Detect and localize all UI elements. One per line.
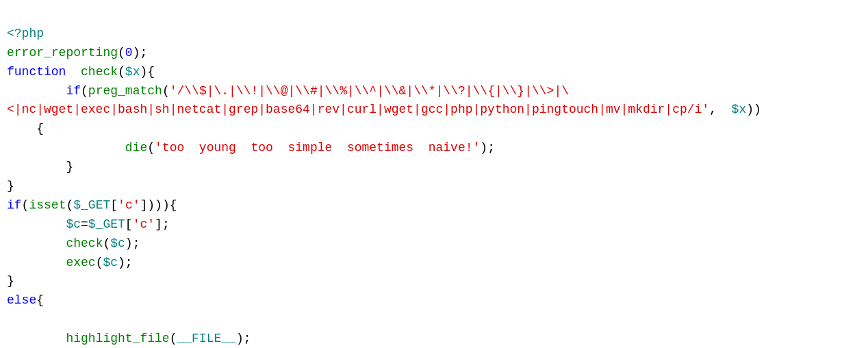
- get-c-var: $_GET: [73, 198, 110, 212]
- php-open-tag: <?php: [7, 27, 44, 40]
- c-var: $c: [66, 217, 81, 231]
- isset-call: isset: [29, 198, 66, 212]
- die-string: 'too young too simple sometimes naive!': [155, 141, 480, 155]
- die-call: die: [125, 141, 147, 155]
- regex-string: '/\\$|\.|\\!|\\@|\\#|\\%|\\^|\\&|\\*|\\?…: [170, 84, 569, 98]
- file-const: __FILE__: [177, 332, 235, 345]
- blacklist-string: <|nc|wget|exec|bash|sh|netcat|grep|base6…: [7, 103, 709, 116]
- if-isset-keyword: if: [7, 198, 22, 212]
- else-keyword: else: [7, 293, 36, 307]
- error-reporting-call: error_reporting: [7, 46, 118, 59]
- check-call: check: [66, 237, 103, 250]
- function-keyword: function: [7, 65, 66, 79]
- preg-match-call: preg_match: [88, 84, 162, 98]
- if-keyword: if: [66, 84, 81, 98]
- exec-call: exec: [66, 256, 95, 269]
- param-x: $x: [125, 65, 140, 79]
- highlight-file-call: highlight_file: [66, 332, 169, 345]
- check-function-name: check: [81, 65, 118, 79]
- code-display: <?php error_reporting(0); function check…: [7, 5, 861, 348]
